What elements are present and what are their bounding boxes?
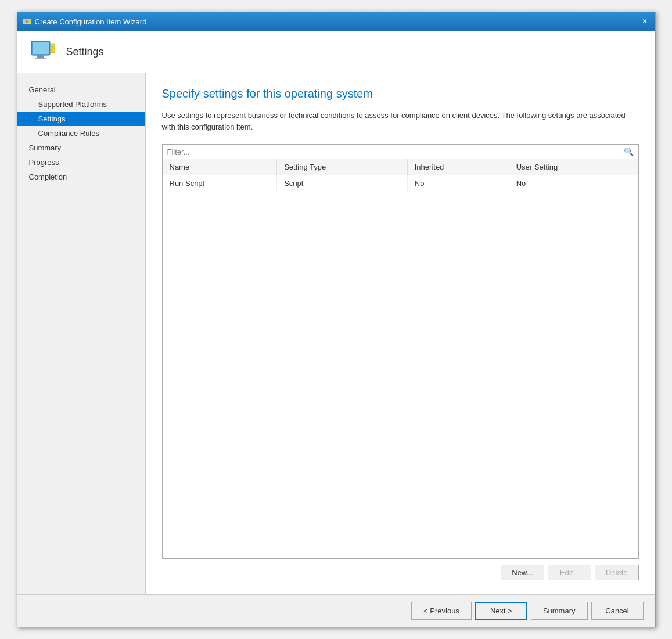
svg-rect-6 [35, 58, 46, 59]
svg-rect-8 [52, 46, 54, 48]
sidebar-item-supported-platforms[interactable]: Supported Platforms [17, 97, 145, 112]
sidebar-item-settings[interactable]: Settings [17, 112, 145, 126]
summary-button[interactable]: Summary [531, 602, 588, 620]
table-row[interactable]: Run Script Script No No [163, 175, 638, 191]
content-area: General Supported Platforms Settings Com… [17, 73, 655, 594]
sidebar-item-completion[interactable]: Completion [17, 170, 145, 184]
edit-button[interactable]: Edit... [548, 565, 591, 580]
col-inherited: Inherited [407, 159, 509, 175]
header-area: Settings [17, 31, 655, 73]
wizard-window: Create Configuration Item Wizard ✕ Setti… [17, 12, 656, 627]
settings-table-container: Name Setting Type Inherited User Setting… [162, 159, 639, 559]
sidebar-item-general[interactable]: General [17, 82, 145, 97]
filter-bar: 🔍 [162, 144, 639, 159]
settings-icon [29, 38, 57, 66]
filter-input[interactable] [167, 148, 624, 156]
settings-table: Name Setting Type Inherited User Setting… [163, 159, 638, 191]
title-bar-left: Create Configuration Item Wizard [22, 17, 147, 26]
sidebar-item-compliance-rules[interactable]: Compliance Rules [17, 126, 145, 141]
col-user-setting: User Setting [509, 159, 638, 175]
previous-button[interactable]: < Previous [411, 602, 472, 620]
next-button[interactable]: Next > [475, 602, 527, 620]
svg-point-2 [26, 20, 28, 23]
description-text: Use settings to represent business or te… [162, 110, 639, 132]
close-button[interactable]: ✕ [639, 16, 651, 27]
col-name: Name [163, 159, 277, 175]
action-row: New... Edit... Delete [162, 559, 639, 585]
main-panel: Specify settings for this operating syst… [145, 73, 655, 594]
sidebar-item-summary[interactable]: Summary [17, 141, 145, 155]
svg-rect-4 [33, 42, 49, 54]
col-setting-type: Setting Type [277, 159, 408, 175]
cancel-button[interactable]: Cancel [591, 602, 644, 620]
header-title: Settings [66, 46, 104, 58]
sidebar: General Supported Platforms Settings Com… [17, 73, 145, 594]
table-header-row: Name Setting Type Inherited User Setting [163, 159, 638, 175]
footer: < Previous Next > Summary Cancel [17, 594, 655, 627]
svg-rect-5 [37, 55, 44, 58]
delete-button[interactable]: Delete [595, 565, 639, 580]
cell-name: Run Script [163, 175, 277, 191]
cell-inherited: No [407, 175, 509, 191]
cell-user-setting: No [509, 175, 638, 191]
wizard-icon [22, 17, 31, 26]
window-title: Create Configuration Item Wizard [35, 17, 147, 26]
cell-setting-type: Script [277, 175, 408, 191]
new-button[interactable]: New... [501, 565, 544, 580]
main-heading: Specify settings for this operating syst… [162, 87, 639, 100]
title-bar: Create Configuration Item Wizard ✕ [17, 12, 655, 31]
sidebar-item-progress[interactable]: Progress [17, 155, 145, 170]
search-icon: 🔍 [624, 147, 634, 156]
